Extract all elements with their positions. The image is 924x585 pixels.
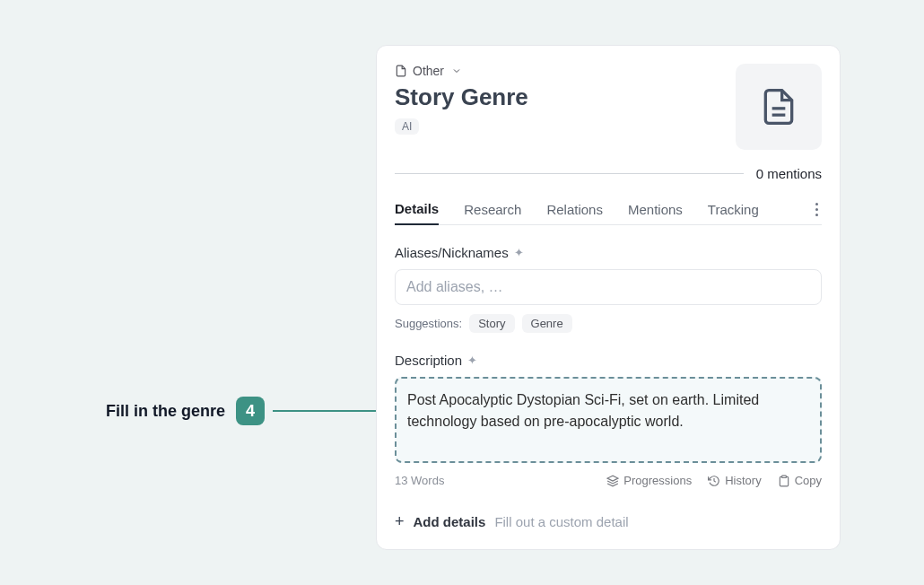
mentions-count: 0 mentions [756,166,822,181]
tab-research[interactable]: Research [464,195,521,224]
suggestions-label: Suggestions: [395,317,462,330]
copy-button[interactable]: Copy [778,474,822,487]
add-details-button[interactable]: + Add details Fill out a custom detail [395,512,822,531]
suggestion-chip-genre[interactable]: Genre [522,314,572,333]
tab-relations[interactable]: Relations [546,195,603,224]
word-count: 13 Words [395,474,444,487]
chevron-down-icon [451,65,462,76]
more-icon[interactable] [812,199,822,220]
progressions-button[interactable]: Progressions [606,474,692,487]
svg-marker-2 [607,476,618,481]
aliases-label: Aliases/Nicknames ✦ [395,245,822,260]
history-icon [708,475,720,487]
suggestion-chip-story[interactable]: Story [469,314,514,333]
clipboard-icon [778,475,790,487]
add-details-hint: Fill out a custom detail [494,514,628,529]
layers-icon [606,475,619,487]
page-title[interactable]: Story Genre [395,83,736,111]
tab-details[interactable]: Details [395,194,439,225]
description-label: Description ✦ [395,353,822,368]
add-details-label: Add details [414,514,486,529]
page-icon [395,65,407,77]
tab-tracking[interactable]: Tracking [708,195,759,224]
sparkle-icon[interactable]: ✦ [514,246,524,259]
tutorial-annotation: Fill in the genre 4 [106,397,265,425]
plus-icon: + [395,512,405,531]
annotation-text: Fill in the genre [106,402,225,421]
description-input[interactable] [395,377,822,463]
history-button[interactable]: History [708,474,761,487]
tab-mentions[interactable]: Mentions [628,195,683,224]
tab-bar: Details Research Relations Mentions Trac… [395,194,822,225]
sparkle-icon[interactable]: ✦ [467,354,477,367]
document-icon [759,83,798,130]
aliases-input[interactable] [395,269,822,305]
type-label: Other [413,64,444,78]
svg-rect-3 [781,476,786,477]
type-selector[interactable]: Other [395,64,736,78]
annotation-step-badge: 4 [236,397,265,425]
divider [395,173,744,174]
ai-badge: AI [395,118,419,135]
element-icon-box[interactable] [736,64,822,150]
story-element-card: Other Story Genre AI 0 mentions Details … [376,45,841,550]
